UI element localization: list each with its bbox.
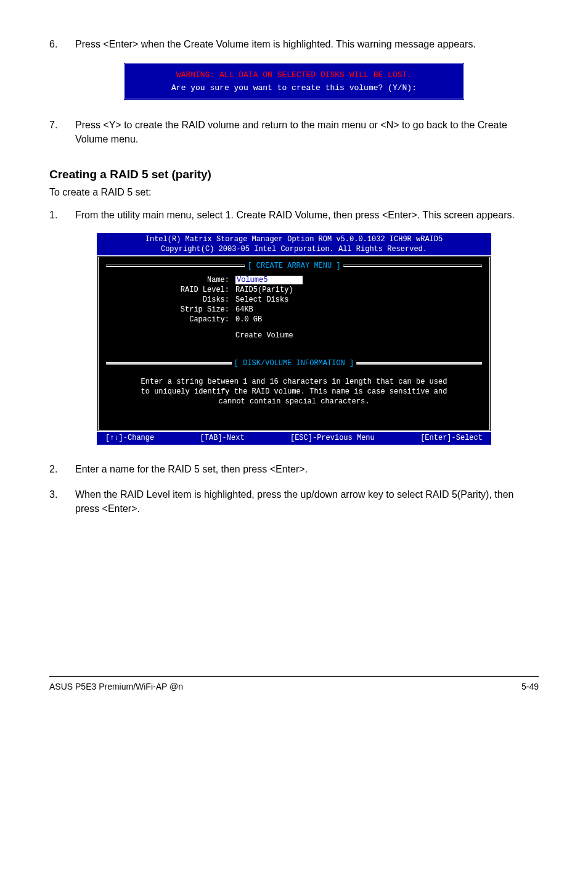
warning-dialog-wrap: WARNING: ALL DATA ON SELECTED DISKS WILL… [49,62,539,101]
step-number: 2. [49,462,75,476]
section-subtext: To create a RAID 5 set: [49,185,539,199]
field-disks-row: Disks: Select Disks [106,295,482,305]
field-label: Disks: [106,295,235,305]
step-3: 3. When the RAID Level item is highlight… [49,487,539,516]
select-disks-action[interactable]: Select Disks [235,295,288,305]
field-label: Capacity: [106,315,235,324]
step-text: Press <Enter> when the Create Volume ite… [75,37,539,51]
name-input[interactable]: Volume5 [235,275,303,285]
strip-size-select[interactable]: 64KB [235,305,253,315]
bios-header-line1: Intel(R) Matrix Storage Manager Option R… [97,234,491,244]
footer-left: ASUS P5E3 Premium/WiFi-AP @n [49,682,183,691]
field-name-row: Name: Volume5 [106,275,482,285]
bios-header: Intel(R) Matrix Storage Manager Option R… [97,233,491,255]
rule-left [106,362,232,365]
spacer [106,331,235,340]
input-padding [269,276,302,284]
rule-left [106,265,245,267]
disk-info-panel: [ DISK/VOLUME INFORMATION ] Enter a stri… [97,355,491,432]
field-label: Strip Size: [106,305,235,315]
help-line: to uniquely identify the RAID volume. Th… [121,387,467,397]
warning-text: WARNING: ALL DATA ON SELECTED DISKS WILL… [134,70,454,80]
field-raid-row: RAID Level: RAID5(Parity) [106,285,482,295]
panel-title: [ DISK/VOLUME INFORMATION ] [232,358,356,368]
step-text: When the RAID Level item is highlighted,… [75,487,539,516]
step-number: 3. [49,487,75,516]
keyhint-change: [↑↓]-Change [105,433,154,443]
help-text: Enter a string between 1 and 16 characte… [106,368,482,416]
help-line: Enter a string between 1 and 16 characte… [121,377,467,387]
bios-screen: Intel(R) Matrix Storage Manager Option R… [97,233,491,445]
raid-level-select[interactable]: RAID5(Parity) [235,285,293,295]
confirm-prompt: Are you sure you want to create this vol… [134,83,454,93]
bios-screen-wrap: Intel(R) Matrix Storage Manager Option R… [49,233,539,445]
rule-right [343,265,482,267]
step-number: 6. [49,37,75,51]
keyhint-next: [TAB]-Next [200,433,245,443]
panel-title-row: [ CREATE ARRAY MENU ] [106,261,482,271]
footer-right: 5-49 [521,682,539,691]
step-text: From the utility main menu, select 1. Cr… [75,208,539,222]
bios-keyhints: [↑↓]-Change [TAB]-Next [ESC]-Previous Me… [97,432,491,444]
create-array-panel: [ CREATE ARRAY MENU ] Name: Volume5 RAID… [97,255,491,354]
bios-header-line2: Copyright(C) 2003-05 Intel Corporation. … [97,244,491,254]
panel-title-row: [ DISK/VOLUME INFORMATION ] [106,358,482,368]
field-strip-row: Strip Size: 64KB [106,305,482,315]
name-input-value: Volume5 [235,276,269,284]
field-label: RAID Level: [106,285,235,295]
keyhint-prev: [ESC]-Previous Menu [290,433,375,443]
rule-right [356,362,482,365]
step-2: 2. Enter a name for the RAID 5 set, then… [49,462,539,476]
keyhint-select: [Enter]-Select [420,433,483,443]
panel-title: [ CREATE ARRAY MENU ] [245,261,343,271]
step-7: 7. Press <Y> to create the RAID volume a… [49,118,539,146]
capacity-value: 0.0 GB [235,315,262,324]
warning-dialog: WARNING: ALL DATA ON SELECTED DISKS WILL… [123,62,465,101]
help-line: cannot contain special characters. [121,397,467,406]
section-heading: Creating a RAID 5 set (parity) [49,168,539,181]
step-text: Enter a name for the RAID 5 set, then pr… [75,462,539,476]
step-number: 7. [49,118,75,146]
step-1: 1. From the utility main menu, select 1.… [49,208,539,222]
create-volume-row: Create Volume [106,331,482,340]
page-footer: ASUS P5E3 Premium/WiFi-AP @n 5-49 [49,676,539,691]
step-text: Press <Y> to create the RAID volume and … [75,118,539,146]
step-number: 1. [49,208,75,222]
field-capacity-row: Capacity: 0.0 GB [106,315,482,324]
field-label: Name: [106,275,235,285]
step-6: 6. Press <Enter> when the Create Volume … [49,37,539,51]
create-volume-action[interactable]: Create Volume [235,331,293,340]
